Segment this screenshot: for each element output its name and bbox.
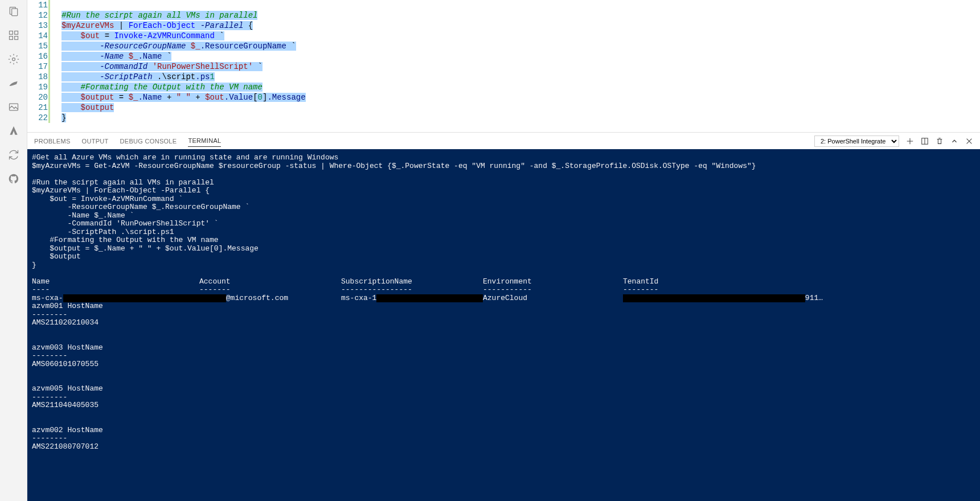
cake-icon[interactable] — [7, 76, 20, 90]
code-content[interactable]: #Run the scirpt again all VMs in paralle… — [55, 0, 980, 132]
code-line[interactable]: $myAzureVMs | ForEach-Object -Parallel { — [61, 20, 980, 31]
panel-tabs: PROBLEMS OUTPUT DEBUG CONSOLE TERMINAL 2… — [27, 132, 980, 149]
chevron-up-icon[interactable] — [950, 137, 958, 145]
code-line[interactable]: $out = Invoke-AzVMRunCommand ` — [61, 31, 980, 41]
activity-bar — [0, 0, 27, 501]
code-line[interactable]: $output = $_.Name + " " + $out.Value[0].… — [61, 92, 980, 102]
github-icon[interactable] — [7, 172, 20, 186]
tab-terminal[interactable]: TERMINAL — [188, 137, 221, 147]
plus-icon[interactable] — [906, 137, 914, 145]
svg-rect-5 — [14, 36, 18, 40]
sync-icon[interactable] — [7, 148, 20, 162]
extensions-icon[interactable] — [7, 28, 20, 42]
trash-icon[interactable] — [936, 137, 944, 145]
tab-problems[interactable]: PROBLEMS — [34, 138, 71, 145]
code-line[interactable]: $output — [61, 102, 980, 113]
svg-rect-4 — [9, 36, 13, 40]
code-line[interactable]: -Name $_.Name ` — [61, 51, 980, 61]
code-line[interactable]: -ScriptPath .\script.ps1 — [61, 72, 980, 82]
close-icon[interactable] — [965, 137, 973, 145]
terminal[interactable]: #Get all Azure VMs which are in running … — [27, 149, 980, 501]
code-line[interactable]: } — [61, 113, 980, 123]
editor[interactable]: 111213141516171819202122 #Run the scirpt… — [27, 0, 980, 132]
svg-rect-3 — [14, 31, 18, 35]
code-line[interactable]: #Formating the Output with the VM name — [61, 82, 980, 92]
settings-icon[interactable] — [7, 52, 20, 66]
code-line[interactable] — [61, 0, 980, 10]
terminal-selector[interactable]: 2: PowerShell Integrate — [814, 135, 899, 147]
tab-debug-console[interactable]: DEBUG CONSOLE — [120, 138, 177, 145]
tab-output[interactable]: OUTPUT — [82, 138, 109, 145]
svg-rect-1 — [11, 9, 17, 16]
split-icon[interactable] — [921, 137, 929, 145]
code-line[interactable]: -CommandId 'RunPowerShellScript' ` — [61, 61, 980, 72]
image-icon[interactable] — [7, 100, 20, 114]
svg-point-6 — [12, 58, 15, 61]
line-numbers: 111213141516171819202122 — [27, 0, 55, 132]
code-line[interactable]: #Run the scirpt again all VMs in paralle… — [61, 10, 980, 20]
files-icon[interactable] — [7, 5, 20, 18]
svg-rect-2 — [9, 31, 13, 35]
azure-icon[interactable] — [7, 124, 20, 138]
code-line[interactable]: -ResourceGroupName $_.ResourceGroupName … — [61, 41, 980, 51]
